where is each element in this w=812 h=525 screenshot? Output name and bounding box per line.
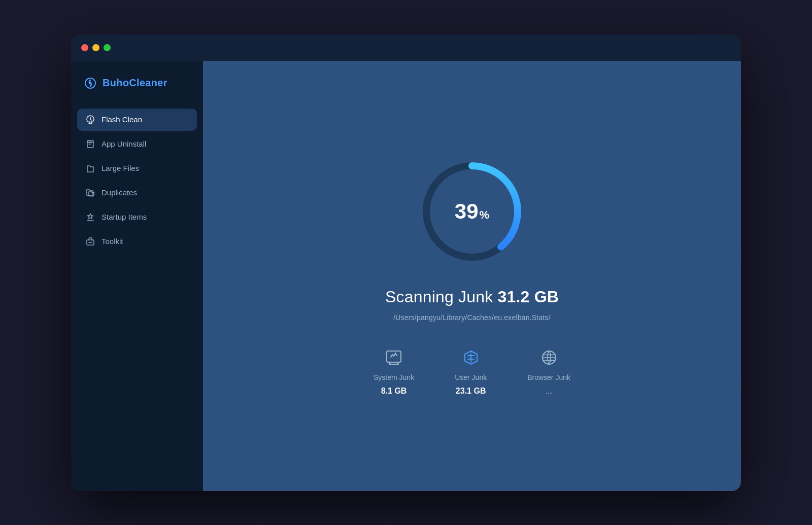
sidebar: BuhoCleaner Flash Clean [71, 61, 203, 491]
browser-junk-icon [538, 347, 560, 368]
stat-system-junk: System Junk 8.1 GB [374, 347, 414, 396]
sidebar-label-flash-clean: Flash Clean [101, 115, 142, 124]
logo-text: BuhoCleaner [103, 77, 167, 89]
main-content: 39% Scanning Junk 31.2 GB /Users/pangyu/… [203, 61, 741, 491]
toolkit-icon [85, 236, 95, 247]
sidebar-label-toolkit: Toolkit [101, 237, 123, 246]
flash-clean-icon [85, 115, 95, 125]
titlebar [71, 34, 741, 61]
system-junk-value: 8.1 GB [381, 387, 407, 396]
scan-title: Scanning Junk 31.2 GB [385, 288, 559, 306]
scan-label: Scanning Junk [385, 288, 498, 306]
system-junk-icon [383, 347, 404, 368]
nav-items: Flash Clean App Uninstall La [71, 109, 203, 253]
traffic-lights [81, 44, 111, 51]
duplicates-icon [85, 188, 95, 198]
large-files-icon [85, 163, 95, 173]
scan-path: /Users/pangyu/Library/Caches/eu.exelban.… [393, 313, 551, 322]
progress-suffix: % [480, 208, 490, 222]
app-body: BuhoCleaner Flash Clean [71, 61, 741, 491]
system-junk-label: System Junk [374, 373, 414, 381]
maximize-button[interactable] [104, 44, 111, 51]
scan-size: 31.2 GB [498, 288, 559, 306]
logo-area: BuhoCleaner [71, 76, 203, 109]
progress-ring-container: 39% [416, 156, 528, 267]
sidebar-item-duplicates[interactable]: Duplicates [77, 182, 197, 204]
sidebar-label-app-uninstall: App Uninstall [101, 139, 146, 148]
startup-items-icon [85, 212, 95, 222]
stat-user-junk: User Junk 23.1 GB [455, 347, 487, 396]
svg-rect-3 [387, 351, 401, 362]
app-uninstall-icon [85, 139, 95, 149]
sidebar-item-large-files[interactable]: Large Files [77, 157, 197, 180]
sidebar-label-large-files: Large Files [101, 164, 139, 172]
progress-number: 39 [455, 199, 479, 224]
sidebar-label-duplicates: Duplicates [101, 188, 137, 197]
sidebar-label-startup-items: Startup Items [101, 213, 147, 221]
minimize-button[interactable] [92, 44, 99, 51]
sidebar-item-toolkit[interactable]: Toolkit [77, 230, 197, 253]
browser-junk-label: Browser Junk [527, 373, 570, 381]
sidebar-item-flash-clean[interactable]: Flash Clean [77, 109, 197, 131]
browser-junk-value: ... [546, 387, 552, 396]
close-button[interactable] [81, 44, 88, 51]
user-junk-value: 23.1 GB [456, 387, 486, 396]
progress-text: 39% [455, 199, 489, 224]
user-junk-icon [460, 347, 482, 368]
user-junk-label: User Junk [455, 373, 487, 381]
svg-point-0 [89, 82, 92, 84]
app-window: BuhoCleaner Flash Clean [71, 34, 741, 491]
sidebar-item-app-uninstall[interactable]: App Uninstall [77, 133, 197, 155]
stats-row: System Junk 8.1 GB User Junk 23.1 GB [374, 347, 570, 396]
stat-browser-junk: Browser Junk ... [527, 347, 570, 396]
logo-icon [83, 76, 97, 90]
sidebar-item-startup-items[interactable]: Startup Items [77, 206, 197, 228]
